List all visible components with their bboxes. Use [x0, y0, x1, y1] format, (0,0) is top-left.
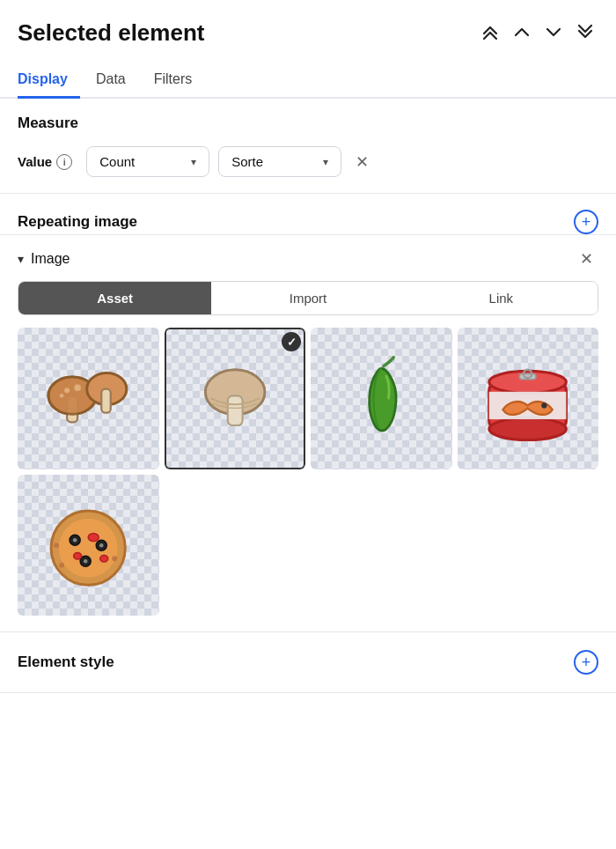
header: Selected element — [0, 0, 616, 61]
svg-point-5 — [64, 388, 70, 393]
element-style-section: Element style + — [0, 632, 616, 693]
panel-title: Selected element — [18, 19, 204, 47]
image-grid: ✓ — [18, 328, 598, 616]
value-close-button[interactable]: ✕ — [350, 152, 374, 172]
svg-point-32 — [112, 556, 117, 561]
image-label: Image — [31, 251, 70, 267]
svg-point-27 — [88, 533, 99, 541]
image-close-button[interactable]: ✕ — [575, 249, 598, 269]
move-down-button[interactable] — [540, 20, 567, 46]
image-header: ▾ Image ✕ — [18, 235, 598, 281]
svg-point-8 — [205, 370, 264, 415]
repeating-image-title: Repeating image — [18, 213, 137, 231]
image-sub-section: ▾ Image ✕ Asset Import Link — [0, 235, 616, 632]
svg-rect-10 — [227, 395, 242, 425]
repeating-image-section: Repeating image + — [0, 194, 616, 235]
tab-data[interactable]: Data — [96, 63, 138, 99]
chevron-down-icon: ▾ — [191, 156, 196, 168]
add-element-style-button[interactable]: + — [574, 650, 598, 675]
add-repeating-image-button[interactable]: + — [574, 210, 598, 234]
svg-point-24 — [99, 543, 104, 547]
svg-rect-4 — [101, 389, 111, 413]
element-style-title: Element style — [18, 653, 114, 671]
selected-checkmark: ✓ — [282, 332, 301, 351]
svg-point-28 — [74, 552, 82, 559]
value-label: Value i — [18, 154, 72, 170]
svg-point-7 — [60, 394, 64, 398]
info-icon[interactable]: i — [56, 154, 72, 170]
image-cell-pizza[interactable] — [18, 475, 159, 616]
image-cell-canned-fish[interactable] — [458, 328, 599, 469]
svg-point-20 — [59, 519, 117, 577]
asset-tab-link[interactable]: Link — [405, 282, 598, 314]
navigation-arrows — [477, 20, 598, 46]
svg-point-26 — [84, 559, 88, 564]
asset-tab-import[interactable]: Import — [211, 282, 404, 314]
svg-point-9 — [205, 370, 264, 415]
value-row: Value i Count ▾ Sorte ▾ ✕ — [18, 146, 598, 177]
image-cell-green-pepper[interactable] — [311, 328, 452, 469]
tab-display[interactable]: Display — [18, 63, 80, 99]
image-cell-single-mushroom[interactable]: ✓ — [165, 328, 306, 469]
svg-point-13 — [489, 417, 567, 439]
move-to-bottom-button[interactable] — [572, 20, 598, 46]
measure-title: Measure — [18, 114, 78, 132]
panel: Selected element — [0, 0, 616, 849]
svg-point-22 — [73, 537, 77, 542]
image-cell-mushrooms-cluster[interactable] — [18, 328, 159, 469]
tab-filters[interactable]: Filters — [154, 63, 205, 99]
move-to-top-button[interactable] — [477, 20, 503, 46]
asset-tabs: Asset Import Link — [18, 281, 598, 315]
svg-point-31 — [59, 562, 64, 567]
measure-section: Measure Value i Count ▾ Sorte ▾ ✕ — [0, 99, 616, 194]
asset-tab-asset[interactable]: Asset — [18, 282, 211, 314]
image-header-left: ▾ Image — [18, 251, 70, 267]
count-dropdown[interactable]: Count ▾ — [86, 146, 209, 177]
collapse-chevron-icon[interactable]: ▾ — [18, 252, 24, 266]
sorte-dropdown[interactable]: Sorte ▾ — [218, 146, 341, 177]
svg-point-29 — [100, 555, 108, 562]
svg-point-15 — [541, 402, 546, 408]
move-up-button[interactable] — [509, 20, 535, 46]
chevron-down-icon: ▾ — [323, 156, 328, 168]
svg-point-6 — [74, 384, 81, 391]
tabs-bar: Display Data Filters — [0, 61, 616, 99]
svg-point-30 — [54, 543, 59, 548]
